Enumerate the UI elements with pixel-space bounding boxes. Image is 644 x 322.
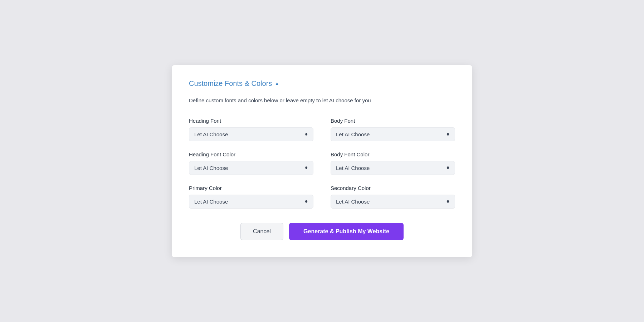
heading-font-label: Heading Font <box>189 118 313 124</box>
secondary-color-select[interactable]: Let AI Choose Blue Red Green <box>331 195 455 209</box>
primary-color-select[interactable]: Let AI Choose Blue Red Green <box>189 195 313 209</box>
body-font-color-label: Body Font Color <box>331 151 455 157</box>
form-grid: Heading Font Let AI Choose Arial Georgia… <box>189 118 455 209</box>
button-row: Cancel Generate & Publish My Website <box>189 223 455 240</box>
body-font-select[interactable]: Let AI Choose Arial Georgia Roboto Open … <box>331 127 455 141</box>
body-font-label: Body Font <box>331 118 455 124</box>
page-wrapper: Customize Fonts & Colors ▲ Define custom… <box>0 0 644 322</box>
secondary-color-label: Secondary Color <box>331 185 455 191</box>
heading-font-color-group: Heading Font Color Let AI Choose Black W… <box>189 151 313 175</box>
section-title-text: Customize Fonts & Colors <box>189 79 272 88</box>
modal-card: Customize Fonts & Colors ▲ Define custom… <box>172 65 472 257</box>
collapse-icon[interactable]: ▲ <box>275 81 279 86</box>
secondary-color-group: Secondary Color Let AI Choose Blue Red G… <box>331 185 455 209</box>
primary-color-group: Primary Color Let AI Choose Blue Red Gre… <box>189 185 313 209</box>
primary-color-label: Primary Color <box>189 185 313 191</box>
heading-font-color-label: Heading Font Color <box>189 151 313 157</box>
heading-font-group: Heading Font Let AI Choose Arial Georgia… <box>189 118 313 141</box>
body-font-color-select[interactable]: Let AI Choose Black White Blue <box>331 161 455 175</box>
body-font-color-group: Body Font Color Let AI Choose Black Whit… <box>331 151 455 175</box>
generate-publish-button[interactable]: Generate & Publish My Website <box>289 223 404 240</box>
section-title: Customize Fonts & Colors ▲ <box>189 79 455 88</box>
heading-font-select[interactable]: Let AI Choose Arial Georgia Roboto Open … <box>189 127 313 141</box>
body-font-group: Body Font Let AI Choose Arial Georgia Ro… <box>331 118 455 141</box>
cancel-button[interactable]: Cancel <box>240 223 283 240</box>
heading-font-color-select[interactable]: Let AI Choose Black White Blue <box>189 161 313 175</box>
description-text: Define custom fonts and colors below or … <box>189 96 455 105</box>
